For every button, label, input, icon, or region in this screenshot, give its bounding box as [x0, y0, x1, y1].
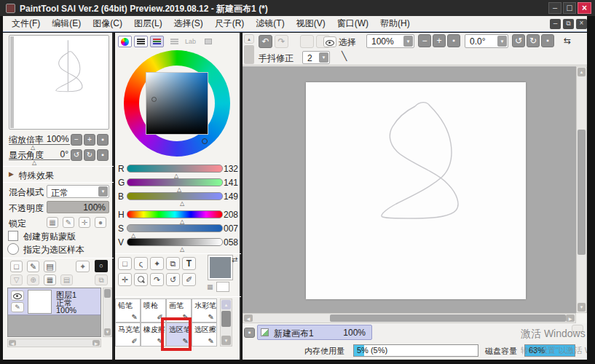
scroll-left-icon[interactable]: ◀ [244, 314, 253, 322]
navigator-angle-marker[interactable]: △ [32, 160, 36, 166]
minimize-button[interactable]: – [548, 2, 561, 14]
scroll-down-icon[interactable]: ▼ [578, 303, 586, 312]
zoom-in-button[interactable]: + [84, 134, 95, 146]
menu-filter[interactable]: 滤镜(T) [250, 15, 290, 32]
tool-history-back-button[interactable] [300, 35, 314, 48]
new-folder-icon[interactable]: ▤ [44, 261, 56, 272]
navigator-angle-slider[interactable] [9, 159, 70, 160]
child-close-button[interactable]: × [576, 19, 587, 29]
sv-cursor[interactable] [151, 97, 157, 102]
primary-color-swatch[interactable] [208, 256, 232, 280]
lock-opacity-icon[interactable]: ▦ [47, 217, 58, 228]
move-tool-icon[interactable]: ✛ [118, 273, 132, 286]
scroll-up-icon[interactable]: ▲ [578, 68, 586, 76]
menu-view[interactable]: 视图(V) [291, 15, 331, 32]
eyedropper-icon[interactable]: ✐ [182, 273, 196, 286]
canvas-vscrollbar[interactable]: ▲ ▼ [576, 66, 587, 313]
view-zoom-select[interactable]: 100% ▼ [366, 34, 414, 48]
menu-edit[interactable]: 编辑(E) [46, 15, 87, 32]
panel-collapse-button[interactable]: ▲ [244, 34, 254, 44]
canvas-viewport[interactable] [243, 66, 576, 313]
menu-help[interactable]: 帮助(H) [374, 15, 416, 32]
layer-list-vscrollbar[interactable]: ▼ [103, 288, 112, 337]
opacity-slider[interactable]: 100% [47, 201, 109, 213]
tab-list-button[interactable]: ▪ [244, 328, 255, 338]
line-tool-icon[interactable]: ╲ [342, 51, 347, 61]
lasso-icon[interactable]: ς [134, 257, 148, 270]
channel-g-slider[interactable] [127, 178, 223, 186]
scroll-down-icon[interactable]: ▼ [104, 328, 111, 336]
chevron-down-icon[interactable]: ▼ [497, 36, 507, 47]
expand-icon[interactable]: ▶ [9, 170, 14, 178]
text-tool-icon[interactable]: T [182, 257, 196, 270]
tab-swatches[interactable] [201, 36, 215, 47]
rect-select-icon[interactable]: □ [118, 257, 132, 270]
transparent-checker-icon[interactable]: ▦ [207, 283, 213, 290]
view-zoom-in-button[interactable]: + [433, 34, 446, 47]
channel-s-slider[interactable] [127, 224, 223, 232]
tool-marker[interactable]: 马克笔✐ [115, 323, 141, 347]
chevron-down-icon[interactable]: ▼ [98, 186, 108, 197]
tab-bar-right-button[interactable] [572, 325, 583, 332]
sv-square[interactable] [146, 72, 208, 135]
layer-wand-icon[interactable]: ✦ [76, 261, 90, 272]
lock-move-icon[interactable]: ✛ [79, 217, 90, 228]
blend-mode-select[interactable]: 正常 ▼ [47, 185, 109, 198]
layer-paint-button[interactable]: ✎ [11, 302, 24, 312]
swap-colors-icon[interactable]: ⇄ [232, 256, 237, 264]
menu-window[interactable]: 窗口(W) [331, 15, 374, 32]
chevron-down-icon[interactable]: ▼ [319, 52, 328, 63]
secondary-color-swatch[interactable] [216, 282, 229, 292]
view-rotate-cw-button[interactable]: ↻ [527, 34, 540, 47]
scroll-right-icon[interactable]: ▶ [566, 314, 575, 322]
lock-pencil-icon[interactable]: ✎ [63, 217, 74, 228]
zoom-reset-button[interactable]: ▪ [97, 134, 109, 146]
maximize-button[interactable]: ☐ [563, 2, 576, 14]
magic-wand-icon[interactable]: ✦ [150, 257, 164, 270]
stabilizer-select[interactable]: 2 ▼ [302, 51, 330, 64]
navigator-zoom-slider[interactable] [9, 144, 70, 145]
panel-grip[interactable] [244, 45, 254, 64]
layer-list-hscrollbar[interactable]: ◀ ▶ [7, 339, 101, 347]
new-layer-icon[interactable]: □ [10, 261, 23, 272]
tool-selection-eraser[interactable]: 选区擦✎ [192, 323, 217, 347]
undo-button[interactable]: ↶ [259, 35, 272, 48]
scroll-down-icon[interactable]: ▼ [221, 336, 231, 345]
lock-all-icon[interactable]: ● [95, 217, 106, 228]
canvas-hscrollbar[interactable]: ◀ ▶ [243, 313, 576, 323]
delete-layer-icon[interactable]: ▤ [60, 274, 73, 285]
navigator-preview[interactable] [9, 35, 109, 130]
redo-button[interactable]: ↷ [275, 35, 288, 48]
tab-mixed-sliders[interactable] [150, 36, 164, 47]
channel-r-slider[interactable] [127, 165, 223, 173]
view-rotate-reset-button[interactable]: ▪ [541, 34, 554, 47]
canvas-document[interactable] [306, 82, 526, 299]
layer-mask-icon[interactable]: ○ [95, 260, 108, 272]
duplicate-icon[interactable]: ⧉ [166, 257, 180, 270]
layer-row[interactable]: ✎ 图层1 正常 100% [8, 288, 101, 315]
tab-rgb-sliders[interactable] [134, 36, 148, 47]
duplicate-layer-icon[interactable]: ⧉ [95, 274, 108, 285]
rotate-reset-button[interactable]: ▪ [97, 149, 109, 161]
menu-select[interactable]: 选择(S) [168, 15, 209, 32]
reset-view-icon[interactable]: ↺ [166, 273, 180, 286]
child-restore-button[interactable]: ⧉ [563, 19, 574, 29]
menu-layer[interactable]: 图层(L) [128, 15, 168, 32]
scroll-right-icon[interactable]: ▶ [92, 340, 100, 346]
child-minimize-button[interactable]: – [550, 19, 561, 29]
channel-v-slider[interactable] [127, 238, 223, 246]
merge-down-icon[interactable]: ⊕ [27, 274, 39, 285]
canvas-tab[interactable]: 新建画布1 100% [257, 325, 372, 340]
view-zoom-out-button[interactable]: − [418, 34, 431, 47]
tool-grid-scrollbar[interactable]: ▲ ▼ [220, 298, 232, 347]
channel-b-slider[interactable] [127, 192, 223, 200]
channel-b-marker[interactable]: △ [180, 201, 184, 207]
scroll-up-icon[interactable]: ▲ [221, 300, 231, 309]
new-pen-layer-icon[interactable]: ✎ [27, 261, 39, 272]
clipping-mask-checkbox[interactable] [8, 231, 18, 241]
view-zoom-reset-button[interactable]: ▪ [447, 34, 460, 47]
selection-visibility-button[interactable] [323, 36, 336, 47]
tab-color-wheel[interactable] [118, 36, 132, 47]
channel-v-marker[interactable]: △ [180, 247, 184, 253]
transfer-down-icon[interactable]: ▽ [10, 274, 23, 285]
